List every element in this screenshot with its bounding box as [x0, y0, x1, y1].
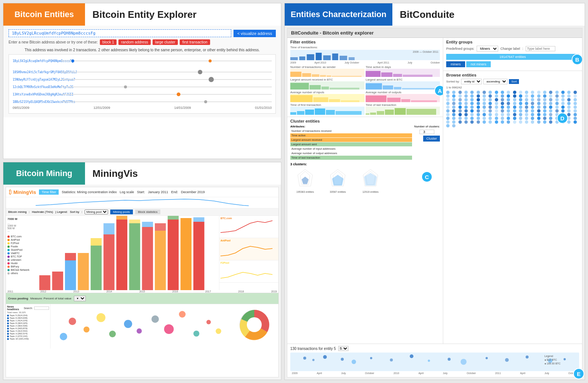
browse-entity-dot[interactable] — [477, 91, 480, 94]
browse-entity-dot[interactable] — [483, 102, 486, 105]
browse-entity-dot[interactable] — [537, 94, 540, 98]
browse-entity-dot[interactable] — [452, 91, 455, 94]
cluster-button[interactable]: Cluster — [423, 136, 440, 142]
browse-entity-dot[interactable] — [574, 98, 577, 101]
browse-entity-dot[interactable] — [549, 109, 552, 113]
browse-entity-dot[interactable] — [501, 120, 504, 124]
browse-entity-dot[interactable] — [495, 94, 498, 98]
browse-entity-dot[interactable] — [483, 109, 486, 113]
browse-entity-dot[interactable] — [464, 106, 468, 109]
browse-entity-dot[interactable] — [477, 94, 480, 98]
browse-entity-dot[interactable] — [495, 91, 498, 94]
browse-entity-dot[interactable] — [452, 94, 455, 98]
browse-entity-dot[interactable] — [567, 94, 571, 98]
browse-entity-dot[interactable] — [525, 109, 528, 113]
browse-entity-dot[interactable] — [525, 106, 528, 109]
browse-entity-dot[interactable] — [464, 113, 468, 116]
browse-entity-dot[interactable] — [483, 113, 486, 116]
attr-time-last-tx[interactable]: Time of last transaction — [290, 156, 412, 160]
browse-entity-dot[interactable] — [489, 113, 492, 116]
browse-entity-dot[interactable] — [452, 124, 455, 127]
browse-entity-dot[interactable] — [489, 98, 492, 101]
num-clusters-input[interactable] — [419, 130, 434, 134]
browse-entity-dot[interactable] — [561, 98, 565, 101]
browse-entity-dot[interactable] — [525, 94, 528, 98]
browse-entity-dot[interactable] — [483, 94, 486, 98]
browse-entity-dot[interactable] — [501, 109, 504, 113]
browse-entity-dot[interactable] — [470, 106, 474, 109]
browse-entity-dot[interactable] — [537, 109, 540, 113]
browse-entity-dot[interactable] — [519, 109, 522, 113]
browse-entity-dot[interactable] — [446, 98, 450, 101]
browse-entity-dot[interactable] — [561, 94, 565, 98]
browse-entity-dot[interactable] — [561, 102, 565, 105]
browse-entity-dot[interactable] — [483, 120, 486, 124]
browse-entity-dot[interactable] — [561, 109, 565, 113]
browse-entity-dot[interactable] — [574, 120, 577, 124]
browse-entity-dot[interactable] — [507, 120, 510, 124]
mining-pools-button[interactable]: Mining pools — [110, 210, 133, 214]
browse-entity-dot[interactable] — [501, 91, 504, 94]
browse-entity-dot[interactable] — [483, 98, 486, 101]
browse-entity-dot[interactable] — [470, 117, 474, 120]
browse-entity-dot[interactable] — [446, 91, 450, 94]
browse-entity-dot[interactable] — [446, 94, 450, 98]
tag-random-button[interactable]: random address — [118, 39, 150, 45]
browse-entity-dot[interactable] — [452, 109, 455, 113]
browse-entity-dot[interactable] — [483, 117, 486, 120]
browse-entity-dot[interactable] — [507, 109, 510, 113]
browse-entity-dot[interactable] — [537, 106, 540, 109]
browse-entity-dot[interactable] — [519, 91, 522, 94]
browse-entity-dot[interactable] — [489, 109, 492, 113]
browse-entity-dot[interactable] — [537, 98, 540, 101]
browse-entity-dot[interactable] — [501, 117, 504, 120]
browse-entity-dot[interactable] — [458, 98, 462, 101]
browse-entity-dot[interactable] — [531, 106, 534, 109]
browse-entity-dot[interactable] — [574, 102, 577, 105]
sort-browse-dropdown[interactable]: entity id — [461, 79, 482, 84]
browse-entity-dot[interactable] — [555, 102, 559, 105]
browse-entity-dot[interactable] — [495, 113, 498, 116]
browse-entity-dot[interactable] — [574, 106, 577, 109]
browse-entity-dot[interactable] — [489, 117, 492, 120]
tag-block1-button[interactable]: block 1 — [100, 39, 117, 45]
browse-entity-dot[interactable] — [458, 117, 462, 120]
browse-entity-dot[interactable] — [531, 117, 534, 120]
browse-entity-dot[interactable] — [567, 102, 571, 105]
attr-avg-input-addr[interactable]: Average number of input addresses — [290, 147, 412, 151]
browse-entity-dot[interactable] — [549, 98, 552, 101]
browse-entity-dot[interactable] — [458, 120, 462, 124]
browse-entity-dot[interactable] — [549, 117, 552, 120]
browse-entity-dot[interactable] — [507, 91, 510, 94]
browse-entity-dot[interactable] — [501, 94, 504, 98]
browse-entity-dot[interactable] — [483, 91, 486, 94]
browse-entity-dot[interactable] — [531, 109, 534, 113]
browse-entity-dot[interactable] — [477, 120, 480, 124]
browse-entity-dot[interactable] — [574, 109, 577, 113]
browse-entity-dot[interactable] — [477, 98, 480, 101]
browse-entity-dot[interactable] — [495, 102, 498, 105]
browse-entity-dot[interactable] — [446, 106, 450, 109]
browse-entity-dot[interactable] — [446, 102, 450, 105]
browse-entity-dot[interactable] — [537, 91, 540, 94]
browse-entity-dot[interactable] — [446, 120, 450, 124]
attr-largest-sent[interactable]: Largest amount sent — [290, 142, 412, 146]
browse-entity-dot[interactable] — [489, 120, 492, 124]
browse-entity-dot[interactable] — [543, 106, 546, 109]
browse-entity-dot[interactable] — [489, 94, 492, 98]
browse-entity-dot[interactable] — [483, 106, 486, 109]
sort-button[interactable]: Sort — [509, 79, 519, 84]
browse-entity-dot[interactable] — [531, 94, 534, 98]
browse-entity-dot[interactable] — [513, 106, 516, 109]
browse-entity-dot[interactable] — [525, 98, 528, 101]
browse-entity-dot[interactable] — [513, 94, 516, 98]
address-input[interactable]: 1ByLSV2gLRcuqUmfdYcpPQH8Npm8cccsFg — [9, 29, 231, 37]
browse-entity-dot[interactable] — [519, 117, 522, 120]
browse-entity-dot[interactable] — [495, 117, 498, 120]
browse-entity-dot[interactable] — [537, 113, 540, 116]
browse-entity-dot[interactable] — [537, 117, 540, 120]
browse-entity-dot[interactable] — [549, 102, 552, 105]
browse-entity-dot[interactable] — [446, 124, 450, 127]
browse-entity-dot[interactable] — [446, 109, 450, 113]
browse-entity-dot[interactable] — [513, 120, 516, 124]
